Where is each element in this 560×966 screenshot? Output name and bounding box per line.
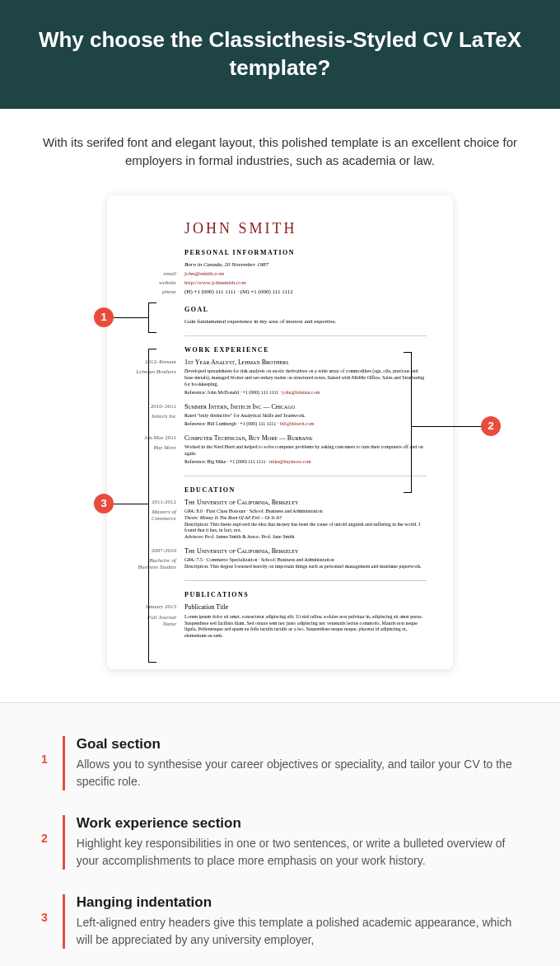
cv-section-publications: PUBLICATIONS <box>184 591 427 598</box>
feature-description: Allows you to synthesise your career obj… <box>77 756 519 790</box>
page-title: Why choose the Classicthesis-Styled CV L… <box>33 26 527 82</box>
template-wrapper: 1 2 3 JOHN SMITH PERSONAL INFORMATION Bo… <box>41 195 519 669</box>
feature-item: 2 Work experience section Highlight key … <box>41 815 519 870</box>
intro-text: With its serifed font and elegant layout… <box>41 134 519 171</box>
callout-marker-2: 2 <box>481 416 501 436</box>
cv-work-company: Initech Inc <box>133 413 184 420</box>
cv-edu-advisors: Advisors: Prof. James Smith & Assoc. Pro… <box>184 534 295 539</box>
cv-work-role: 1st Year Analyst, Lehman Brothers <box>184 359 288 366</box>
cv-email: john@smith.com <box>184 270 427 278</box>
cv-edu-thesis: Thesis: Money Is The Root Of All Evil – … <box>184 515 282 520</box>
cv-phone-label: phone <box>133 288 184 296</box>
feature-description: Left-aligned entry headers give this tem… <box>77 914 519 949</box>
cv-goal-text: Gain fundamental experience in my area o… <box>184 318 427 326</box>
feature-number: 3 <box>41 911 48 924</box>
feature-number: 1 <box>41 753 48 766</box>
connector-line <box>148 349 149 662</box>
cv-phone: (H) +1 (000) 111 1111 · (M) +1 (000) 111… <box>184 288 427 296</box>
cv-work-date: 2012–Present <box>133 359 184 367</box>
connector-line <box>148 302 149 332</box>
cv-pub-desc: Lorem ipsum dolor sit amet, consectetur … <box>184 614 427 640</box>
cv-edu-desc: Description: This degree focussed heavil… <box>184 564 422 569</box>
connector-line <box>411 352 412 492</box>
cv-work-date: Jan-Mar 2011 <box>133 434 184 443</box>
connector-line <box>148 349 156 349</box>
connector-line <box>404 492 412 493</box>
cv-edu-date: 2007-2010 <box>133 547 184 556</box>
cv-website-label: website <box>133 279 184 287</box>
callout-marker-3: 3 <box>94 494 114 513</box>
cv-divider <box>184 335 427 336</box>
cv-work-ref-email: mike@buymore.com <box>269 459 311 464</box>
connector-line <box>148 302 156 303</box>
cv-work-date: 2010–2011 <box>133 403 184 411</box>
cv-born: Born in Canada, 20 November 1987 <box>184 261 268 268</box>
feature-item: 1 Goal section Allows you to synthesise … <box>41 736 519 790</box>
cv-edu-gpa: GPA: 7.5 · Commerce Specialization · Sch… <box>184 557 334 562</box>
cv-work-ref-email: bill@initech.com <box>280 421 315 426</box>
cv-edu-desc: Description: This thesis explored the id… <box>184 522 420 533</box>
feature-title: Work experience section <box>77 815 519 832</box>
cv-edu-degree: Masters of Commerce <box>133 509 184 541</box>
cv-edu-school: The University of California, Berkeley <box>184 499 298 506</box>
cv-work-desc: Worked in the Nerd Herd and helped to so… <box>184 444 427 457</box>
cv-section-personal: PERSONAL INFORMATION <box>184 249 427 256</box>
cv-work-company: Buy More <box>133 444 184 457</box>
cv-pub-date: January 2013 <box>133 603 184 612</box>
cv-edu-school: The University of California, Berkeley <box>184 547 298 555</box>
connector-line <box>404 352 412 353</box>
connector-line <box>114 504 148 504</box>
cv-section-work: WORK EXPERIENCE <box>184 346 427 354</box>
cv-template-preview: JOHN SMITH PERSONAL INFORMATION Born in … <box>107 195 453 669</box>
cv-name: JOHN SMITH <box>184 220 427 237</box>
cv-work-desc: Developed spreadsheets for risk analysis… <box>184 368 427 387</box>
cv-work-company: Lehman Brothers <box>133 368 184 387</box>
cv-pub-title: Publication Title <box>184 603 427 612</box>
cv-website: http://www.johnsmith.com <box>184 279 427 287</box>
cv-work-ref: Reference: John McDonald · +1 (000) 111 … <box>184 390 282 395</box>
intro-section: With its serifed font and elegant layout… <box>0 109 560 702</box>
cv-work-role: Computer Technician, Buy More — Burbank <box>184 434 313 442</box>
cv-pub-journal: Full Journal Name <box>133 614 184 640</box>
connector-line <box>412 426 481 427</box>
page-header: Why choose the Classicthesis-Styled CV L… <box>0 0 560 109</box>
cv-divider <box>184 580 427 581</box>
cv-section-goal: GOAL <box>184 306 427 313</box>
connector-line <box>114 317 148 318</box>
connector-line <box>148 332 156 333</box>
feature-title: Goal section <box>77 736 519 753</box>
feature-number: 2 <box>41 832 48 845</box>
cv-divider <box>184 476 427 476</box>
feature-title: Hanging indentation <box>77 894 519 911</box>
cv-edu-gpa: GPA: 8.0 · First Class Honours · School:… <box>184 509 323 513</box>
feature-item: 3 Hanging indentation Left-aligned entry… <box>41 894 519 949</box>
callout-marker-1: 1 <box>94 307 114 327</box>
feature-description: Highlight key responsibilities in one or… <box>77 835 519 870</box>
cv-edu-degree: Bachelor of Business Studies <box>133 557 184 570</box>
cv-work-ref-email: john@lehman.com <box>282 390 320 395</box>
cv-section-education: EDUCATION <box>184 486 427 494</box>
cv-email-label: email <box>133 270 184 278</box>
connector-line <box>148 662 156 663</box>
cv-work-ref: Reference: Bill Lumbergh · +1 (000) 111 … <box>184 421 280 426</box>
cv-work-ref: Reference: Big Mike · +1 (000) 111 1111 … <box>184 459 269 464</box>
cv-work-desc: Rated "truly distinctive" for Analytical… <box>184 413 427 420</box>
cv-work-role: Summer Intern, Initech Inc — Chicago <box>184 403 295 410</box>
features-section: 1 Goal section Allows you to synthesise … <box>0 702 560 966</box>
